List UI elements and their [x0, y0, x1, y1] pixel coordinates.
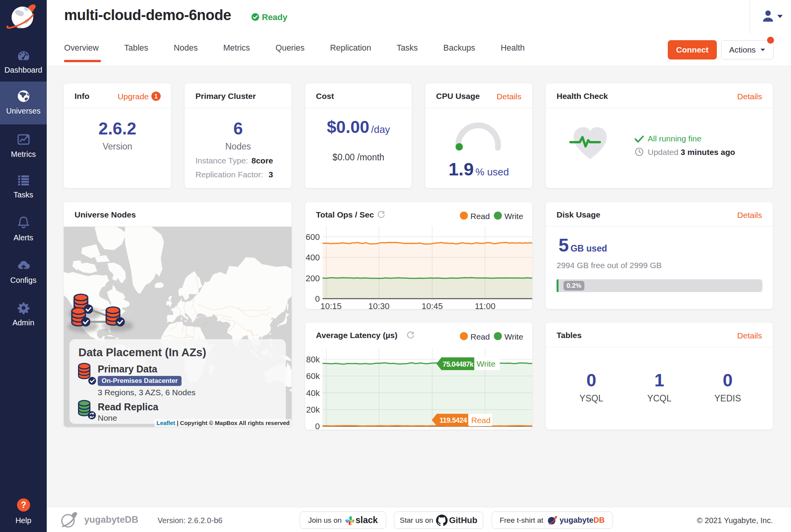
svg-text:400: 400 [306, 253, 320, 262]
svg-text:11:00: 11:00 [475, 301, 495, 309]
svg-text:119.5424: 119.5424 [440, 416, 467, 424]
svg-text:60k: 60k [306, 371, 320, 381]
svg-text:200: 200 [306, 274, 320, 283]
svg-text:40k: 40k [306, 388, 320, 398]
svg-text:?: ? [20, 500, 26, 510]
svg-text:Write: Write [477, 359, 496, 368]
svg-text:10:30: 10:30 [368, 301, 389, 309]
svg-text:0: 0 [315, 422, 320, 430]
svg-text:600: 600 [306, 232, 320, 242]
svg-text:10:30: 10:30 [368, 429, 389, 430]
svg-text:1: 1 [154, 93, 158, 100]
svg-text:11:00: 11:00 [475, 429, 495, 430]
svg-text:20k: 20k [306, 405, 320, 415]
svg-text:10:15: 10:15 [320, 429, 341, 430]
svg-text:Read: Read [471, 416, 491, 425]
svg-text:10:45: 10:45 [421, 429, 443, 430]
svg-text:75.04487k: 75.04487k [443, 360, 474, 368]
svg-text:80k: 80k [306, 355, 320, 364]
svg-text:10:15: 10:15 [320, 301, 341, 309]
svg-text:10:45: 10:45 [421, 301, 443, 309]
svg-text:0: 0 [315, 294, 320, 304]
